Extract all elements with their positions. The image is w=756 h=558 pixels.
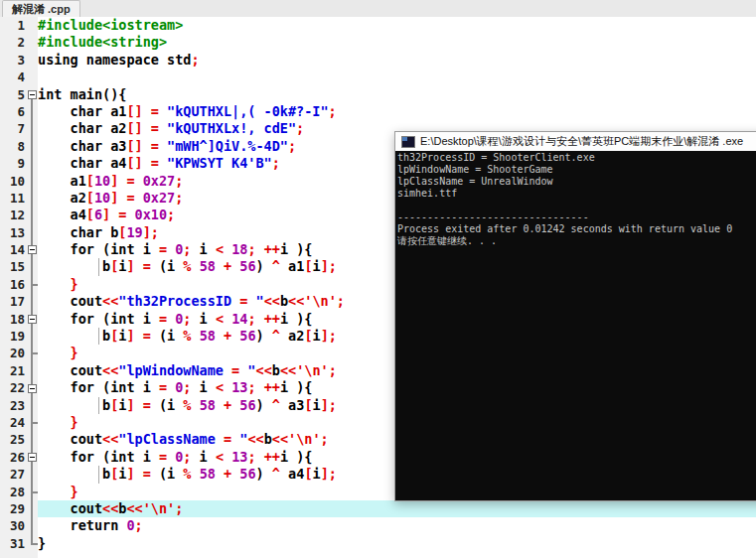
line-number: 2 [0,34,38,51]
fold-guide-line [98,397,99,414]
code-token: int main(){ [38,86,126,102]
code-token [256,379,264,395]
code-token: 56 [239,258,255,274]
code-token: ] = [126,397,159,413]
code-token: ; [272,155,280,171]
code-token: 14 [231,311,247,327]
fold-toggle-icon[interactable] [28,245,37,254]
code-token [191,397,199,413]
code-token: 58 [200,328,216,344]
code-token: + [224,466,231,482]
code-token [191,328,199,344]
code-token: 19 [126,224,142,240]
code-line[interactable] [38,69,756,85]
console-output-line [397,200,756,211]
code-line[interactable]: #include<iostream> [38,17,756,34]
code-line[interactable]: using namespace std; [38,52,756,69]
code-token [224,449,231,465]
code-token: 0x10 [135,207,168,222]
code-token: 6 [94,207,102,222]
code-token: ] = [110,173,143,189]
code-token: = [159,379,167,395]
console-window[interactable]: E:\Desktop\课程\游戏设计与安全\菁英班PC端期末作业\解混淆 .ex… [394,131,756,501]
code-token: a2 [280,328,304,344]
code-token: 56 [239,397,255,413]
code-token: + [224,397,231,413]
code-token: cout [38,431,102,447]
code-token: << [102,431,118,447]
code-token: b [272,362,280,378]
code-token: } [38,276,78,292]
code-token: 56 [239,328,255,344]
code-token: ; [296,120,304,136]
console-title-bar[interactable]: E:\Desktop\课程\游戏设计与安全\菁英班PC端期末作业\解混淆 .ex… [395,132,756,151]
code-line[interactable]: int main(){ [38,86,756,103]
code-token: ]; [321,466,337,482]
code-token: ]; [143,224,159,240]
code-token: a2 [38,190,86,206]
code-token: b [280,293,288,309]
code-token: ; [175,173,183,189]
fold-toggle-icon[interactable] [28,90,37,99]
code-token: cout [38,500,102,516]
code-token: << [102,500,118,516]
fold-toggle-icon[interactable] [28,384,37,393]
fold-toggle-icon[interactable] [28,315,37,324]
code-token: [ [86,190,94,206]
code-token: < [216,311,224,327]
code-token: 13 [231,449,247,465]
code-token: 0x27 [143,173,176,189]
line-number-gutter[interactable]: 1234567891011121314151617181920212223242… [0,17,38,558]
code-token: i ){ [280,241,313,257]
code-token: 58 [200,466,216,482]
code-token: [ [304,466,312,482]
code-token: a3 [280,397,304,413]
code-token: ]; [321,397,337,413]
code-token: < [216,241,224,257]
code-token: char a1 [38,103,126,119]
fold-guide-line [98,328,99,345]
code-token: return [38,517,126,533]
code-token: <<'\n'; [280,362,337,378]
code-token: b [38,258,110,274]
code-token: 10 [94,190,110,206]
code-token: ; [247,379,255,395]
console-output-line: 请按任意键继续. . . [397,235,756,247]
code-token: "th32ProcessID [118,293,239,309]
fold-toggle-icon[interactable] [28,453,37,462]
code-token: ] = [126,328,159,344]
code-token: [ [86,173,94,189]
code-token: << [256,362,272,378]
code-token: (i [159,466,183,482]
code-token: b [264,431,272,447]
code-token: [ [304,328,312,344]
console-output[interactable]: th32ProcessID = ShooterClient.exelpWindo… [395,151,756,500]
line-number: 4 [0,69,38,85]
code-token: "kQUTHXL|,( -0k#?-I" [167,103,329,119]
code-token: #include<string> [38,34,167,50]
code-token: ++ [264,241,280,257]
code-token: for (int i [38,379,159,395]
code-line[interactable]: cout<<b<<'\n'; [38,500,756,517]
code-token: = [231,362,239,378]
code-token [224,241,231,257]
code-token: + [224,258,231,274]
code-line[interactable]: char a1[] = "kQUTHXL|,( -0k#?-I"; [38,103,756,120]
code-token: 13 [231,379,247,395]
fold-guide-line [98,258,99,275]
code-token: } [38,484,78,499]
code-token: i [191,379,215,395]
code-token [216,466,224,482]
code-token: [] = [126,138,167,154]
code-token: ] = [126,466,159,482]
code-token: b [38,397,110,413]
code-token: i [191,311,215,327]
file-tab[interactable]: 解混淆 .cpp [2,0,80,17]
code-token: = [159,311,167,327]
code-line[interactable]: #include<string> [38,34,756,51]
code-token: [ [86,207,94,222]
code-line[interactable]: } [38,535,756,552]
fold-guide-line [98,466,99,483]
code-token: b [38,466,110,482]
code-line[interactable]: return 0; [38,517,756,534]
